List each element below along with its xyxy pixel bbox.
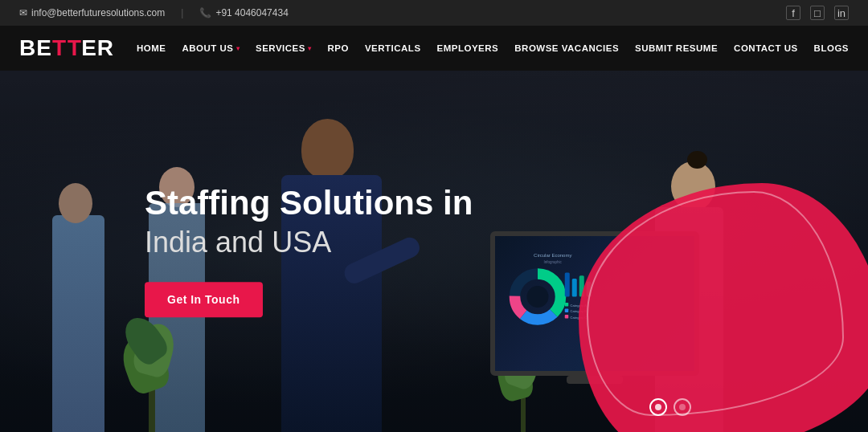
- navbar: BETTER HOME ABOUT US ▾ SERVICES ▾ RPO VE…: [0, 26, 868, 71]
- contact-info: ✉ info@betterfuturesolutions.com | 📞 +91…: [19, 7, 289, 18]
- phone-number: +91 4046047434: [215, 7, 288, 18]
- person-left: [44, 159, 108, 432]
- chevron-down-icon: ▾: [308, 45, 312, 52]
- hero-content: Staffing Solutions in India and USA Get …: [145, 185, 473, 317]
- linkedin-icon[interactable]: in: [834, 6, 849, 20]
- phone-info: 📞 +91 4046047434: [199, 7, 288, 18]
- separator: |: [181, 7, 183, 18]
- nav-blogs[interactable]: BLOGS: [814, 43, 849, 53]
- svg-rect-13: [565, 309, 569, 313]
- chevron-down-icon: ▾: [236, 45, 240, 52]
- social-icons: f □ in: [786, 6, 849, 20]
- nav-services-dropdown: SERVICES ▾: [256, 43, 311, 53]
- svg-text:Circular Economy: Circular Economy: [534, 253, 571, 258]
- svg-text:Infographic: Infographic: [544, 260, 563, 264]
- nav-browse-vacancies[interactable]: BROWSE VACANCIES: [514, 43, 619, 53]
- phone-icon: 📞: [199, 7, 211, 18]
- logo-text: BETTER: [19, 35, 114, 61]
- main-nav: HOME ABOUT US ▾ SERVICES ▾ RPO VERTICALS…: [137, 43, 849, 53]
- slider-controls: [649, 398, 691, 416]
- email-icon: ✉: [19, 7, 27, 18]
- svg-rect-7: [565, 273, 570, 297]
- nav-services[interactable]: SERVICES ▾: [256, 43, 311, 53]
- slider-dot-inner: [655, 404, 661, 410]
- email-address: info@betterfuturesolutions.com: [31, 7, 165, 18]
- svg-rect-15: [565, 315, 569, 319]
- svg-rect-8: [572, 279, 577, 297]
- email-info: ✉ info@betterfuturesolutions.com: [19, 7, 165, 18]
- hero-section: Circular Economy Infographic Category A: [0, 71, 868, 432]
- logo-highlight: TT: [52, 35, 81, 61]
- slider-dot-inner-2: [679, 404, 686, 410]
- nav-rpo[interactable]: RPO: [327, 43, 348, 53]
- get-in-touch-button[interactable]: Get In Touch: [145, 283, 263, 318]
- nav-submit-resume[interactable]: SUBMIT RESUME: [635, 43, 718, 53]
- top-bar: ✉ info@betterfuturesolutions.com | 📞 +91…: [0, 0, 868, 26]
- slider-next-button[interactable]: [674, 398, 691, 416]
- instagram-icon[interactable]: □: [810, 6, 825, 20]
- hero-title-bold: Staffing Solutions in: [145, 185, 473, 222]
- logo[interactable]: BETTER: [19, 35, 114, 61]
- svg-point-6: [527, 286, 549, 308]
- hero-title-light: India and USA: [145, 226, 473, 260]
- plant-decoration: [121, 304, 185, 432]
- nav-verticals[interactable]: VERTICALS: [365, 43, 421, 53]
- slider-prev-button[interactable]: [649, 398, 667, 416]
- nav-contact-us[interactable]: CONTACT US: [734, 43, 798, 53]
- nav-about[interactable]: ABOUT US ▾: [182, 43, 240, 53]
- nav-home[interactable]: HOME: [137, 43, 166, 53]
- nav-about-dropdown: ABOUT US ▾: [182, 43, 240, 53]
- svg-rect-11: [565, 303, 569, 307]
- nav-employers[interactable]: EMPLOYERS: [437, 43, 499, 53]
- facebook-icon[interactable]: f: [786, 6, 800, 20]
